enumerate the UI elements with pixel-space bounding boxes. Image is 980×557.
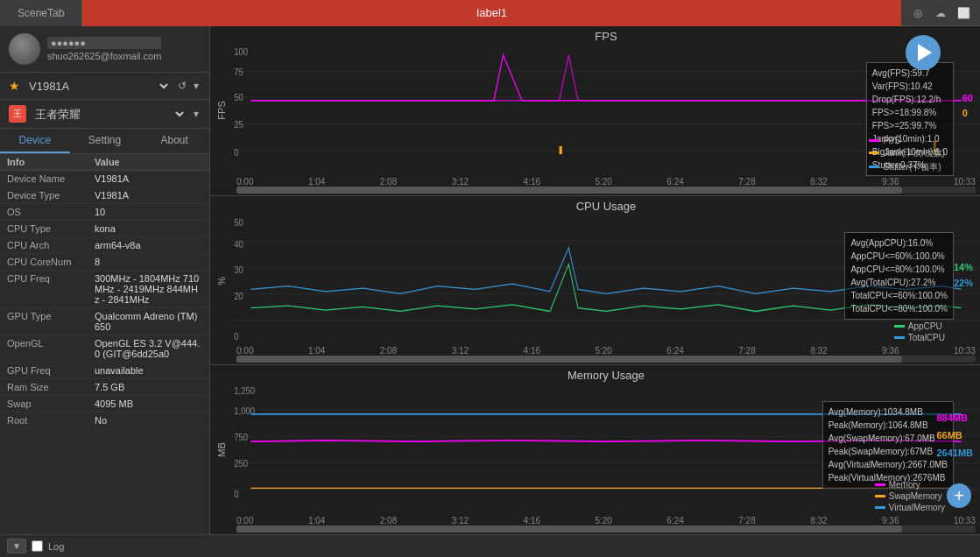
location-icon[interactable]: ◎ bbox=[910, 5, 926, 21]
info-col-key: Info bbox=[7, 157, 95, 167]
x-label: 0:00 bbox=[236, 177, 253, 187]
top-bar: SceneTab label1 ◎ ☁ ⬜ bbox=[0, 0, 980, 26]
memory-chart-svg-area: 0 250 750 1,000 1,250 Avg(Memory):1034.8… bbox=[232, 384, 980, 516]
memory-value-1: 884MB bbox=[936, 410, 973, 427]
info-val: 7.5 GB bbox=[95, 382, 202, 392]
x-label: 4:16 bbox=[524, 346, 540, 356]
table-row: GPU Frequnavailable bbox=[0, 363, 209, 379]
memory-scrollbar[interactable] bbox=[236, 525, 976, 532]
charts-area: FPS FPS 0 25 50 75 100 bbox=[210, 26, 980, 534]
x-label: 1:04 bbox=[308, 346, 325, 356]
top-icons: ◎ ☁ ⬜ bbox=[901, 5, 980, 21]
memory-y-label: MB bbox=[210, 365, 232, 534]
app-select[interactable]: 王者荣耀 bbox=[32, 107, 187, 122]
memory-value-2: 66MB bbox=[936, 427, 973, 445]
window-icon[interactable]: ⬜ bbox=[955, 5, 971, 21]
collapse-button[interactable]: ▼ bbox=[7, 539, 26, 553]
table-row: GPU TypeQualcomm Adreno (TM) 650 bbox=[0, 308, 209, 335]
app-chevron-down-icon[interactable]: ▾ bbox=[192, 106, 201, 122]
x-label: 8:32 bbox=[810, 346, 827, 356]
table-row: OpenGLOpenGL ES 3.2 V@444.0 (GIT@6dd25a0 bbox=[0, 335, 209, 363]
fps-x-labels: 0:001:042:083:124:165:206:247:288:329:36… bbox=[232, 177, 980, 187]
chevron-down-icon[interactable]: ▾ bbox=[192, 78, 201, 94]
memory-value-3: 2641MB bbox=[936, 445, 973, 462]
app-icon: 王 bbox=[9, 105, 26, 123]
refresh-icon[interactable]: ↺ bbox=[176, 78, 188, 94]
x-label: 6:24 bbox=[666, 346, 683, 356]
table-row: Swap4095 MB bbox=[0, 396, 209, 412]
fps-scrollbar[interactable] bbox=[236, 187, 976, 194]
x-label: 7:28 bbox=[738, 516, 755, 525]
svg-text:50: 50 bbox=[234, 217, 243, 228]
x-label: 3:12 bbox=[452, 346, 469, 356]
tab-about[interactable]: About bbox=[139, 129, 209, 153]
table-row: Device TypeV1981A bbox=[0, 187, 209, 204]
table-row: CPU Freq300MHz - 1804MHz 710MHz - 2419MH… bbox=[0, 271, 209, 308]
legend-item: Jank(卡次/次数) bbox=[869, 147, 945, 159]
info-key: Root bbox=[7, 415, 95, 426]
info-val: 8 bbox=[95, 257, 202, 267]
info-key: OS bbox=[7, 207, 95, 217]
log-checkbox[interactable] bbox=[32, 540, 43, 552]
tab-device[interactable]: Device bbox=[0, 129, 70, 153]
cpu-total-value: 22% bbox=[954, 276, 973, 292]
memory-legend: MemorySwapMemoryVirtualMemory bbox=[875, 480, 945, 514]
tab-setting[interactable]: Setting bbox=[70, 129, 140, 153]
cpu-right-values: 14% 22% bbox=[954, 260, 973, 291]
fps-chart-title: FPS bbox=[232, 26, 980, 45]
device-select[interactable]: V1981A bbox=[25, 79, 171, 94]
info-key: CPU CoreNum bbox=[7, 257, 95, 267]
info-val: V1981A bbox=[95, 173, 202, 184]
x-label: 5:20 bbox=[595, 516, 611, 525]
fps-value-0: 0 bbox=[962, 106, 973, 122]
svg-rect-9 bbox=[560, 146, 562, 154]
x-label: 2:08 bbox=[380, 177, 397, 187]
svg-text:100: 100 bbox=[234, 46, 248, 56]
info-table: Info Value Device NameV1981ADevice TypeV… bbox=[0, 154, 209, 534]
play-button[interactable] bbox=[906, 35, 941, 70]
main-area: ●●●●●● shuo262625@foxmail.com ★ V1981A ↺… bbox=[0, 26, 980, 534]
info-col-value: Value bbox=[95, 157, 120, 167]
svg-text:750: 750 bbox=[234, 433, 248, 442]
legend-item: SwapMemory bbox=[875, 491, 945, 501]
legend-item: Stutter(卡顿率) bbox=[869, 161, 945, 173]
cpu-info-box: Avg(AppCPU):16.0%AppCPU<=60%:100.0%AppCP… bbox=[844, 232, 954, 320]
scene-tab-label[interactable]: SceneTab bbox=[0, 0, 82, 26]
sidebar: ●●●●●● shuo262625@foxmail.com ★ V1981A ↺… bbox=[0, 26, 210, 534]
add-button[interactable]: + bbox=[947, 483, 971, 508]
cpu-app-value: 14% bbox=[954, 260, 973, 276]
memory-info-box: Avg(Memory):1034.8MBPeak(Memory):1064.8M… bbox=[822, 401, 954, 489]
user-name-display: ●●●●●● bbox=[47, 37, 161, 49]
x-label: 5:20 bbox=[595, 346, 611, 356]
info-key: Device Type bbox=[7, 190, 95, 201]
x-label: 5:20 bbox=[595, 177, 611, 187]
table-row: OS10 bbox=[0, 204, 209, 221]
x-label: 7:28 bbox=[738, 346, 755, 356]
x-label: 8:32 bbox=[810, 177, 827, 187]
legend-item: Memory bbox=[875, 480, 945, 490]
info-val: kona bbox=[95, 223, 202, 234]
device-actions: ↺ ▾ bbox=[176, 78, 201, 94]
x-label: 2:08 bbox=[380, 346, 397, 356]
device-section: ★ V1981A ↺ ▾ bbox=[0, 73, 209, 100]
info-key: GPU Type bbox=[7, 311, 95, 332]
label-tab[interactable]: label1 bbox=[82, 0, 901, 26]
app-section: 王 王者荣耀 ▾ bbox=[0, 100, 209, 129]
x-label: 2:08 bbox=[380, 516, 397, 525]
cpu-chart-svg-area: 0 20 30 40 50 Avg(AppCPU):16.0%AppCPU<=6… bbox=[232, 215, 980, 347]
svg-text:0: 0 bbox=[234, 490, 239, 499]
cpu-chart-title: CPU Usage bbox=[232, 196, 980, 215]
x-label: 9:36 bbox=[882, 516, 899, 525]
fps-chart-container: FPS FPS 0 25 50 75 100 bbox=[210, 26, 980, 196]
cpu-legend: AppCPUTotalCPU bbox=[894, 321, 945, 344]
play-triangle-icon bbox=[918, 44, 932, 61]
info-val: V1981A bbox=[95, 190, 202, 201]
info-key: GPU Freq bbox=[7, 365, 95, 376]
cloud-icon[interactable]: ☁ bbox=[933, 5, 948, 21]
table-row: RootNo bbox=[0, 412, 209, 429]
device-star-icon: ★ bbox=[9, 79, 20, 93]
cpu-scrollbar[interactable] bbox=[236, 356, 976, 363]
info-val: OpenGL ES 3.2 V@444.0 (GIT@6dd25a0 bbox=[95, 338, 202, 359]
x-label: 1:04 bbox=[308, 177, 325, 187]
x-label: 3:12 bbox=[452, 177, 469, 187]
